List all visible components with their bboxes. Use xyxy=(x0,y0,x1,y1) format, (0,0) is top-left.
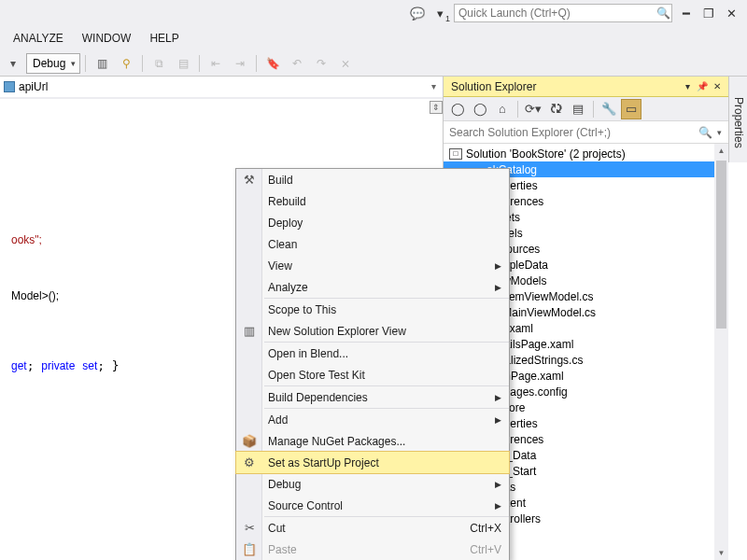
scroll-up-icon[interactable]: ▲ xyxy=(714,144,728,158)
menu-shortcut: Ctrl+X xyxy=(470,522,501,535)
quick-launch-input[interactable] xyxy=(455,7,655,20)
menu-shortcut: Ctrl+V xyxy=(470,543,501,556)
restore-button[interactable]: ❐ xyxy=(700,5,717,21)
search-icon: 🔍 xyxy=(655,7,671,20)
menu-item-label: Analyze xyxy=(268,281,308,294)
submenu-arrow-icon: ▶ xyxy=(495,261,501,271)
menu-item: 📋PasteCtrl+V xyxy=(236,539,509,560)
menu-item[interactable]: Clean xyxy=(236,233,509,255)
menu-analyze[interactable]: ANALYZE xyxy=(4,28,73,49)
cut-icon: ✂ xyxy=(240,519,259,538)
search-icon: 🔍 xyxy=(697,126,713,139)
menu-item[interactable]: Scope to This xyxy=(236,299,509,320)
menu-item-label: Deploy xyxy=(268,217,303,230)
sync-icon[interactable]: ⟳▾ xyxy=(523,99,543,119)
menu-item[interactable]: ⚒Build xyxy=(236,169,509,190)
menu-item[interactable]: Deploy xyxy=(236,212,509,233)
menu-item[interactable]: ▥New Solution Explorer View xyxy=(236,320,509,342)
collapse-icon[interactable]: ▤ xyxy=(568,99,588,119)
menu-item-label: Debug xyxy=(268,478,301,491)
window-icon: ▥ xyxy=(240,322,259,341)
titlebar: 💬 ▾1 🔍 ━ ❐ ✕ xyxy=(0,0,747,26)
separator xyxy=(593,101,594,118)
outdent-icon: ⇤ xyxy=(204,52,227,75)
menu-item[interactable]: Analyze▶ xyxy=(236,276,509,298)
menu-item[interactable]: View▶ xyxy=(236,255,509,276)
pin-icon[interactable]: 📌 xyxy=(695,79,710,94)
main-toolbar: ▾ Debug▾ ▥ ⚲ ⧉ ▤ ⇤ ⇥ 🔖 ↶ ↷ ⨯ xyxy=(0,50,747,77)
submenu-arrow-icon: ▶ xyxy=(495,415,501,425)
close-icon[interactable]: ✕ xyxy=(710,79,725,94)
submenu-arrow-icon: ▶ xyxy=(495,393,501,402)
menu-window[interactable]: WINDOW xyxy=(73,28,141,49)
solution-search-input[interactable] xyxy=(449,126,697,139)
toolbar-play-drop[interactable]: ▾ xyxy=(2,52,24,75)
find-icon[interactable]: ⚲ xyxy=(115,52,137,75)
menu-item-label: Paste xyxy=(268,543,297,556)
menu-item[interactable]: Rebuild xyxy=(236,190,509,212)
show-all-icon[interactable]: ▭ xyxy=(621,99,641,119)
refresh-icon[interactable]: 🗘 xyxy=(545,99,566,119)
menu-item[interactable]: Open Store Test Kit xyxy=(236,364,509,385)
notifications-icon[interactable]: ▾1 xyxy=(431,5,448,21)
separator xyxy=(256,55,257,72)
menu-item-label: Build xyxy=(268,174,293,187)
menu-item[interactable]: ✂CutCtrl+X xyxy=(236,517,509,539)
build-icon: ⚒ xyxy=(240,171,259,189)
menu-item-label: Rebuild xyxy=(268,195,306,208)
project-context-menu: ⚒BuildRebuildDeployCleanView▶Analyze▶Sco… xyxy=(235,168,510,560)
scrollbar[interactable]: ▲ ▼ xyxy=(714,144,728,560)
menu-item-label: Open in Blend... xyxy=(268,347,348,360)
menu-item-label: View xyxy=(268,259,292,273)
member-dropdown[interactable]: apiUrl xyxy=(4,80,48,93)
submenu-arrow-icon: ▶ xyxy=(495,501,501,511)
menu-item[interactable]: Debug▶ xyxy=(236,473,509,495)
split-gripper[interactable]: ⇕ xyxy=(430,101,443,114)
menu-item[interactable]: ⚙Set as StartUp Project xyxy=(236,452,509,473)
paste-icon: ▤ xyxy=(172,52,194,75)
tree-item-label: ItemViewModel.cs xyxy=(502,290,593,303)
menu-item[interactable]: Open in Blend... xyxy=(236,343,509,364)
close-button[interactable]: ✕ xyxy=(723,5,740,21)
scroll-thumb[interactable] xyxy=(716,161,726,329)
feedback-icon[interactable]: 💬 xyxy=(409,5,426,21)
search-drop-icon[interactable]: ▾ xyxy=(713,128,725,137)
menu-item-label: Scope to This xyxy=(268,303,336,316)
menu-item[interactable]: Source Control▶ xyxy=(236,495,509,516)
prev-bookmark-icon: ↶ xyxy=(286,52,308,75)
solution-node[interactable]: □Solution 'BookStore' (2 projects) xyxy=(444,146,728,161)
scroll-down-icon[interactable]: ▼ xyxy=(714,546,728,560)
next-bookmark-icon: ↷ xyxy=(310,52,332,75)
properties-tab[interactable]: Properties xyxy=(728,77,747,162)
gear-icon: ⚙ xyxy=(240,454,259,472)
config-combo[interactable]: Debug▾ xyxy=(26,53,80,74)
properties-icon[interactable]: 🔧 xyxy=(599,99,619,119)
new-item-icon[interactable]: ▥ xyxy=(91,52,113,75)
minimize-button[interactable]: ━ xyxy=(678,5,695,21)
nav-drop-icon[interactable]: ▾ xyxy=(426,78,441,93)
solution-explorer-toolbar: ◯ ◯ ⌂ ⟳▾ 🗘 ▤ 🔧 ▭ xyxy=(444,97,728,121)
menu-item-label: Build Dependencies xyxy=(268,391,368,404)
menu-item[interactable]: Add▶ xyxy=(236,409,509,430)
bookmark-icon[interactable]: 🔖 xyxy=(261,52,284,75)
menu-help[interactable]: HELP xyxy=(140,28,188,49)
menu-item[interactable]: Build Dependencies▶ xyxy=(236,386,509,408)
clear-bookmark-icon: ⨯ xyxy=(334,52,357,75)
menubar: ANALYZE WINDOW HELP xyxy=(0,26,747,50)
back-icon[interactable]: ◯ xyxy=(447,99,468,119)
menu-item-label: Cut xyxy=(268,522,286,535)
field-icon xyxy=(4,81,15,92)
forward-icon[interactable]: ◯ xyxy=(470,99,490,119)
copy-icon: ⧉ xyxy=(148,52,170,75)
menu-item-label: Open Store Test Kit xyxy=(268,369,365,382)
home-icon[interactable]: ⌂ xyxy=(492,99,513,119)
menu-item-label: New Solution Explorer View xyxy=(268,325,406,338)
window-menu-icon[interactable]: ▾ xyxy=(680,79,695,94)
editor-navbar: apiUrl ▾ xyxy=(0,77,443,99)
quick-launch[interactable]: 🔍 xyxy=(454,4,672,22)
nuget-icon: 📦 xyxy=(240,432,259,451)
tree-item-label: MainViewModel.cs xyxy=(502,306,596,319)
separator xyxy=(142,55,143,72)
menu-item[interactable]: 📦Manage NuGet Packages... xyxy=(236,430,509,452)
solution-search[interactable]: 🔍 ▾ xyxy=(444,121,728,144)
